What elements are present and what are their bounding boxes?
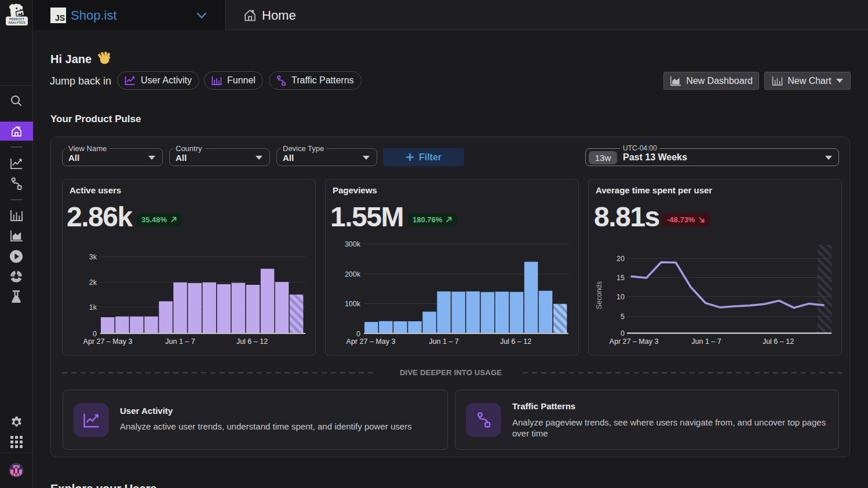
- svg-text:100k: 100k: [345, 300, 361, 308]
- svg-text:Jun 1 – 7: Jun 1 – 7: [429, 337, 458, 346]
- svg-text:15: 15: [617, 274, 625, 282]
- svg-text:Jul 6 – 12: Jul 6 – 12: [500, 337, 531, 346]
- svg-text:Apr 27 – May 3: Apr 27 – May 3: [610, 337, 659, 346]
- svg-text:Jul 6 – 12: Jul 6 – 12: [763, 337, 794, 346]
- svg-text:0: 0: [621, 329, 625, 337]
- svg-text:Seconds: Seconds: [595, 281, 603, 310]
- svg-text:ANALYTICS: ANALYTICS: [8, 21, 25, 24]
- svg-text:Jun 1 – 7: Jun 1 – 7: [691, 337, 721, 346]
- svg-text:Jun 1 – 7: Jun 1 – 7: [165, 337, 195, 346]
- svg-text:10: 10: [617, 293, 625, 301]
- svg-text:200k: 200k: [345, 270, 361, 278]
- svg-text:Apr 27 – May 3: Apr 27 – May 3: [347, 337, 396, 346]
- svg-text:1k: 1k: [89, 303, 97, 311]
- svg-text:5: 5: [621, 313, 625, 321]
- svg-text:0: 0: [356, 330, 360, 338]
- svg-text:3k: 3k: [89, 253, 97, 261]
- svg-text:300k: 300k: [345, 240, 361, 248]
- svg-text:Apr 27 – May 3: Apr 27 – May 3: [83, 337, 133, 346]
- svg-text:0: 0: [93, 330, 97, 338]
- svg-text:20: 20: [617, 255, 625, 263]
- svg-text:Jul 6 – 12: Jul 6 – 12: [236, 337, 268, 346]
- svg-text:PRODUCT: PRODUCT: [9, 18, 24, 21]
- svg-text:2k: 2k: [89, 278, 97, 287]
